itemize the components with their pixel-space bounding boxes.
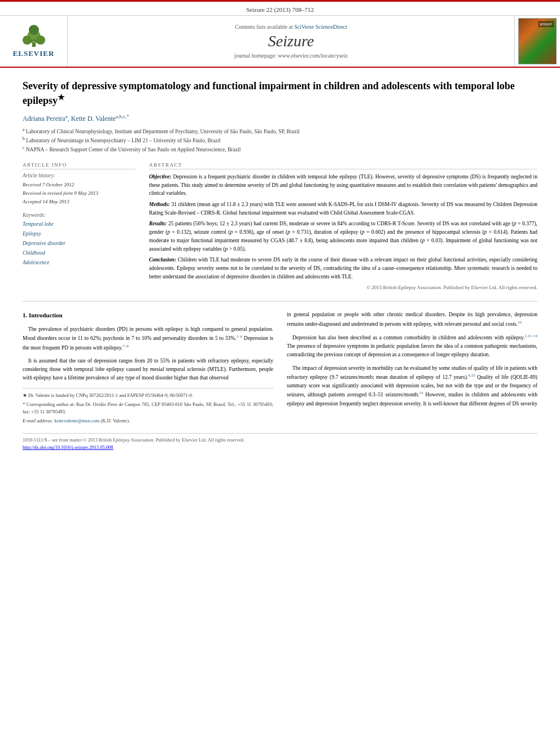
sciverse-link[interactable]: SciVerse ScienceDirect: [294, 24, 347, 30]
revised-date: Received in revised form 9 May 2013: [23, 190, 98, 196]
keyword-4: Childhood: [23, 248, 135, 258]
elsevier-tree-icon: [17, 24, 51, 48]
journal-name: Seizure: [268, 32, 314, 50]
journal-title-box: Contents lists available at SciVerse Sci…: [68, 16, 515, 67]
elsevier-logo-box: ELSEVIER: [0, 16, 68, 67]
abstract-objective: Objective: Depression is a frequent psyc…: [149, 173, 537, 198]
elsevier-name: ELSEVIER: [13, 49, 55, 58]
journal-cover-label: seizure: [538, 21, 554, 27]
intro-right-para-2: Depression has also been described as a …: [287, 333, 537, 360]
keyword-5: Adolescence: [23, 258, 135, 268]
elsevier-logo: ELSEVIER: [13, 24, 55, 58]
intro-para-2: It is assumed that the rate of depressio…: [23, 357, 273, 383]
email-person: (K.D. Valente).: [100, 418, 130, 423]
abstract-col: ABSTRACT Objective: Depression is a freq…: [149, 162, 537, 292]
section-divider: [23, 301, 537, 302]
svg-point-4: [29, 25, 39, 35]
email-label: E-mail address:: [23, 418, 53, 423]
keywords-label: Keywords:: [23, 212, 135, 218]
doi-link[interactable]: http://dx.doi.org/10.1016/j.seizure.2013…: [23, 444, 113, 450]
intro-right-para-3: The impact of depression severity in mor…: [287, 364, 537, 408]
bottom-bar: 1059-1311/$ – see front matter © 2013 Br…: [23, 433, 537, 450]
body-left-col: 1. Introduction The prevalence of psychi…: [23, 311, 273, 424]
footnote-email: E-mail address: kettevalente@msn.com (K.…: [23, 417, 273, 425]
abstract-methods: Methods: 31 children (mean age of 11.8 ±…: [149, 200, 537, 217]
title-star: ★: [58, 93, 65, 102]
info-abstract-cols: ARTICLE INFO Article history: Received 7…: [23, 162, 537, 292]
vol-info: Seizure 22 (2013) 708–712: [246, 6, 314, 13]
sciverse-line: Contents lists available at SciVerse Sci…: [235, 24, 347, 30]
keywords-list: Temporal lobe Epilepsy Depressive disord…: [23, 220, 135, 268]
journal-cover-image: seizure: [518, 18, 557, 64]
article-dates: Received 7 October 2012 Received in revi…: [23, 181, 135, 207]
keyword-1: Temporal lobe: [23, 220, 135, 229]
journal-url: journal homepage: www.elsevier.com/locat…: [234, 53, 348, 59]
copyright-line: © 2013 British Epilepsy Association. Pub…: [149, 284, 537, 292]
footnotes-area: ★ Dr. Valente is funded by CNPq 307262/2…: [23, 388, 273, 424]
footnote-1: ★ Dr. Valente is funded by CNPq 307262/2…: [23, 392, 273, 399]
accepted-date: Accepted 14 May 2013: [23, 199, 69, 204]
issn-line: 1059-1311/$ – see front matter © 2013 Br…: [23, 437, 537, 443]
svg-point-2: [23, 36, 32, 45]
email-link[interactable]: kettevalente@msn.com: [54, 418, 99, 423]
article-title: Severity of depressive symptomatology an…: [23, 79, 537, 108]
doi-line: http://dx.doi.org/10.1016/j.seizure.2013…: [23, 444, 537, 450]
svg-point-3: [36, 36, 45, 45]
article-info-col: ARTICLE INFO Article history: Received 7…: [23, 162, 135, 292]
intro-section-title: 1. Introduction: [23, 311, 273, 321]
article-info-header: ARTICLE INFO: [23, 162, 135, 169]
top-banner: ELSEVIER Contents lists available at Sci…: [0, 16, 560, 68]
page: Seizure 22 (2013) 708–712 ELSEVIER: [0, 0, 560, 747]
keyword-2: Epilepsy: [23, 229, 135, 239]
footnote-2: * Corresponding author at: Rua Dr. Ovídi…: [23, 401, 273, 416]
abstract-conclusion: Conclusion: Children with TLE had modera…: [149, 256, 537, 281]
history-label: Article history:: [23, 173, 135, 178]
affiliations: a Laboratory of Clinical Neurophysiology…: [23, 126, 537, 154]
abstract-header: ABSTRACT: [149, 162, 537, 169]
intro-para-1: The prevalence of psychiatric disorders …: [23, 325, 273, 352]
authors-line: Adriana Pereiraa, Kette D. Valentea,b,c,…: [23, 113, 537, 123]
received-date: Received 7 October 2012: [23, 182, 74, 187]
abstract-results: Results: 25 patients (56% boys; 12 ± 2.3…: [149, 220, 537, 253]
abstract-text: Objective: Depression is a frequent psyc…: [149, 173, 537, 292]
journal-cover-box: seizure: [515, 16, 560, 67]
intro-right-para-1: in general population or people with oth…: [287, 311, 537, 329]
body-two-col: 1. Introduction The prevalence of psychi…: [23, 311, 537, 424]
article-content: Severity of depressive symptomatology an…: [0, 68, 560, 461]
journal-header: Seizure 22 (2013) 708–712: [0, 2, 560, 16]
keyword-3: Depressive disorder: [23, 239, 135, 248]
body-right-col: in general population or people with oth…: [287, 311, 537, 424]
